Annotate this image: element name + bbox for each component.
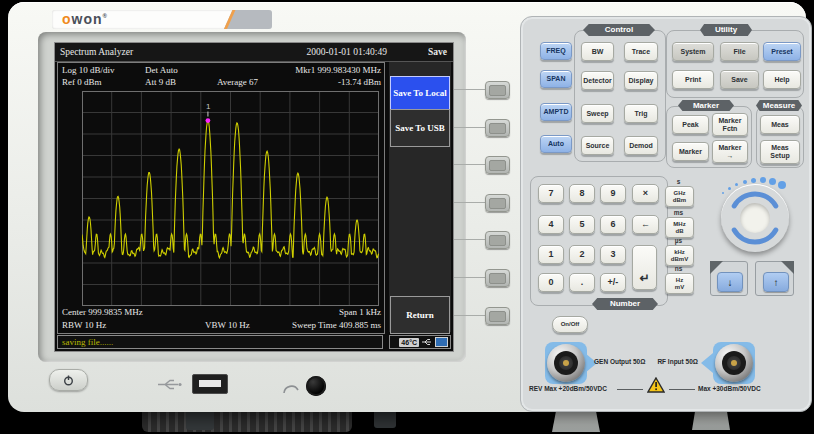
enter-key[interactable]: ↵ [632,245,657,290]
menu-return[interactable]: Return [390,296,450,334]
detector-button[interactable]: Detector [581,71,614,90]
sweep-button[interactable]: Sweep [581,104,614,123]
digit-6-key[interactable]: 6 [600,215,626,234]
marker-level-readout: -13.74 dBm [281,76,381,88]
softkey-1[interactable] [485,81,510,99]
demod-button[interactable]: Demod [624,136,658,155]
marker-button[interactable]: Marker [672,142,709,161]
ghz-dbm-key[interactable]: GHz dBm [665,186,694,207]
span-button[interactable]: SPAN [540,70,572,88]
plus-minus-key[interactable]: +/- [600,273,626,292]
knob-dot [751,178,756,183]
softkey-5[interactable] [485,231,510,249]
meas-setup-button[interactable]: Meas Setup [760,140,800,164]
backspace-key[interactable]: ← [632,215,659,234]
digit-1-key[interactable]: 1 [538,245,564,264]
mhz-db-key[interactable]: MHz dB [665,217,694,238]
softkey-6[interactable] [485,269,510,287]
marker-fctn-button[interactable]: Marker Fctn [712,113,748,136]
save-button[interactable]: Save [720,70,759,89]
trace-button[interactable]: Trace [624,42,658,61]
softkey-line [454,239,485,240]
warning-line [669,389,695,390]
utility-group-label: Utility [700,24,752,36]
down-arrow-button[interactable]: ↓ [717,272,743,292]
meas-button[interactable]: Meas [760,115,800,134]
digit-3-key[interactable]: 3 [600,245,626,264]
vbw-readout: VBW 10 Hz [205,319,250,331]
freq-button[interactable]: FREQ [540,42,572,60]
preset-button[interactable]: Preset [763,42,801,61]
softkey-line [454,202,485,203]
screen-datetime: 2000-01-01 01:40:49 [205,46,387,58]
system-button[interactable]: System [672,42,714,61]
power-button[interactable] [49,369,88,391]
softkey-line [454,164,485,165]
spectrum-plot: 1 [82,91,379,306]
source-button[interactable]: Source [581,136,614,155]
marker-dot [206,118,211,123]
warning-icon [647,377,665,393]
gen-onoff-button[interactable]: On/Off [552,316,588,333]
help-button[interactable]: Help [763,70,801,89]
print-button[interactable]: Print [672,70,714,89]
brand-rest: won [72,11,103,27]
softmenu-panel: Save To Local Save To USB Return [389,62,451,332]
multiply-key[interactable]: × [632,184,659,203]
peak-button[interactable]: Peak [672,115,709,134]
softkey-cap [489,235,506,246]
menu-save-to-usb[interactable]: Save To USB [390,109,450,147]
average-readout: Average 67 [217,76,258,88]
softkey-line [454,89,485,90]
brand-logo: owon® [52,10,272,29]
marker-to-button[interactable]: Marker → [712,140,748,163]
auto-button[interactable]: Auto [540,135,572,153]
usb-port-tab [199,380,221,387]
softkey-7[interactable] [485,307,510,325]
bw-button[interactable]: BW [581,42,614,61]
usb-symbol-icon [156,378,184,391]
marker-label: 1 [206,102,211,111]
rf-connector-pin [731,360,737,366]
brand-o: o [62,11,72,27]
digit-2-key[interactable]: 2 [569,245,595,264]
rev-max-label: REV Max +20dBm/50VDC [529,385,607,392]
digit-8-key[interactable]: 8 [569,184,595,203]
trig-button[interactable]: Trig [624,104,658,123]
decimal-key[interactable]: . [569,273,595,292]
khz-dbmv-key[interactable]: kHz dBmV [665,245,694,266]
digit-4-key[interactable]: 4 [538,215,564,234]
softkey-cap [489,160,506,171]
unit-tag-ns: ns [665,265,692,272]
hz-mv-key[interactable]: Hz mV [665,273,694,294]
usb-status-icon [421,338,433,346]
amptd-button[interactable]: AMPTD [540,103,572,121]
headphone-icon [282,380,300,395]
detector-readout: Det Auto [145,64,178,76]
unit-tag-us: µs [665,237,692,244]
softkey-cap [489,85,506,96]
attenuation-readout: Att 9 dB [145,76,176,88]
digit-0-key[interactable]: 0 [538,273,564,292]
headphone-jack[interactable] [306,376,326,396]
temperature-badge: 46°C [399,338,419,347]
control-group-label: Control [583,24,655,36]
screen-titlebar: Spectrum Analyzer 2000-01-01 01:40:49 Sa… [55,43,453,62]
display-button[interactable]: Display [624,71,658,90]
softkey-2[interactable] [485,119,510,137]
unit-tag-s: s [665,178,692,185]
device-body: owon® Spectrum Analyzer 2000-01-01 01:40… [8,2,806,412]
digit-9-key[interactable]: 9 [600,184,626,203]
knob-center [740,203,770,233]
down-arrow-frame: ↓ [710,261,748,296]
up-arrow-button[interactable]: ↑ [763,272,789,292]
usb-port[interactable] [192,374,228,394]
digit-7-key[interactable]: 7 [538,184,564,203]
menu-save-to-local[interactable]: Save To Local [390,76,450,111]
softkey-3[interactable] [485,156,510,174]
registered-mark: ® [103,13,108,19]
softkey-4[interactable] [485,194,510,212]
file-button[interactable]: File [720,42,759,61]
rf-badge-pointer [701,353,713,373]
digit-5-key[interactable]: 5 [569,215,595,234]
